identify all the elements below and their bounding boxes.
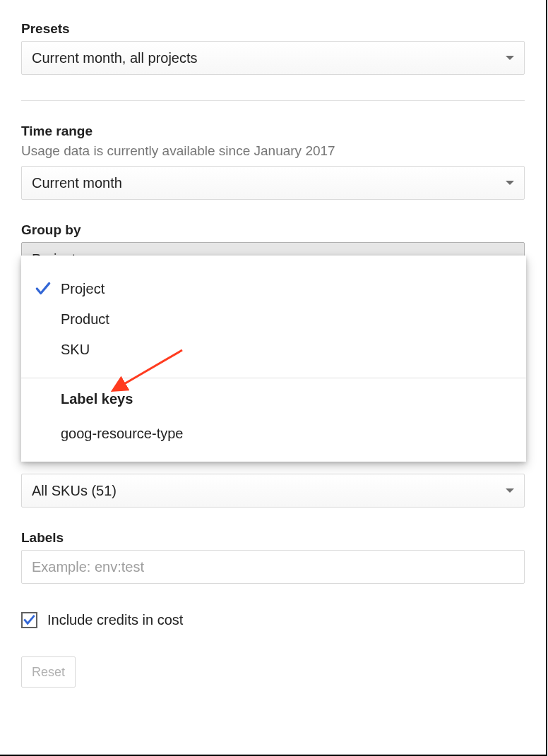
label-keys-header: Label keys	[21, 383, 526, 419]
labels-label: Labels	[21, 530, 525, 546]
skus-value: All SKUs (51)	[32, 483, 117, 499]
chevron-down-icon	[506, 56, 514, 60]
reset-button-label: Reset	[32, 665, 65, 679]
presets-value: Current month, all projects	[32, 50, 198, 66]
dropdown-divider	[21, 378, 526, 378]
group-by-option-sku[interactable]: SKU	[21, 335, 526, 365]
time-range-label: Time range	[21, 124, 525, 139]
presets-label: Presets	[21, 21, 525, 37]
filter-panel: Presets Current month, all projects Time…	[0, 0, 547, 756]
option-label: SKU	[61, 342, 90, 358]
check-icon	[34, 280, 52, 301]
presets-select[interactable]: Current month, all projects	[21, 41, 525, 75]
time-range-section: Time range Usage data is currently avail…	[21, 124, 525, 200]
include-credits-row: Include credits in cost	[21, 612, 525, 628]
group-by-dropdown: Project Product SKU Label keys goog-reso…	[21, 256, 526, 462]
group-by-section: Group by Project Project Product SKU Lab…	[21, 222, 525, 276]
skus-section: SKUs All SKUs (51)	[21, 471, 525, 508]
option-label: Project	[61, 281, 105, 297]
option-label: Product	[61, 311, 109, 328]
time-range-sublabel: Usage data is currently available since …	[21, 143, 525, 159]
chevron-down-icon	[506, 181, 514, 185]
presets-section: Presets Current month, all projects	[21, 21, 525, 75]
labels-section: Labels	[21, 530, 525, 584]
group-by-option-product[interactable]: Product	[21, 304, 526, 335]
option-label: goog-resource-type	[61, 426, 183, 442]
labels-input[interactable]	[21, 550, 525, 584]
chevron-down-icon	[506, 488, 514, 493]
skus-select[interactable]: All SKUs (51)	[21, 474, 525, 508]
group-by-option-project[interactable]: Project	[21, 274, 526, 304]
group-by-option-labelkey-0[interactable]: goog-resource-type	[21, 419, 526, 449]
include-credits-checkbox[interactable]	[21, 612, 37, 628]
section-divider	[21, 100, 525, 101]
include-credits-label: Include credits in cost	[47, 612, 183, 628]
reset-button[interactable]: Reset	[21, 656, 76, 688]
group-by-label: Group by	[21, 222, 525, 238]
time-range-value: Current month	[32, 175, 122, 191]
time-range-select[interactable]: Current month	[21, 166, 525, 200]
